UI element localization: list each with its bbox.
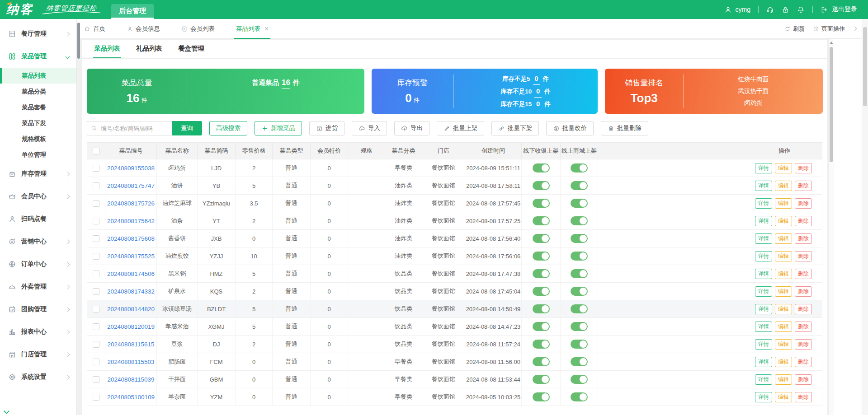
dish-id-link[interactable]: 20240808115039 (107, 376, 154, 383)
tab-dish-list[interactable]: 菜品列表× (236, 19, 269, 39)
sidebar-subitem-dish-list[interactable]: 菜品列表 (0, 68, 76, 84)
dish-id-link[interactable]: 20240808120019 (107, 323, 155, 330)
pos-toggle[interactable] (533, 392, 550, 401)
pos-toggle[interactable] (533, 252, 550, 261)
dish-id-link[interactable]: 20240808175726 (107, 200, 155, 207)
edit-button[interactable]: 编辑 (775, 216, 792, 226)
pos-toggle[interactable] (533, 322, 550, 331)
page-scrollbar-thumb[interactable] (863, 27, 867, 106)
tab-member-list[interactable]: 会员列表 (181, 19, 215, 39)
sidebar-item-order-center[interactable]: 订单中心 (0, 253, 76, 275)
batch-off-shelf-button[interactable]: 批量下架 (491, 121, 539, 135)
delete-button[interactable]: 删除 (795, 392, 812, 402)
logout-button[interactable]: 退出登录 (821, 5, 857, 14)
select-all-checkbox[interactable] (93, 148, 99, 154)
delete-button[interactable]: 删除 (795, 322, 812, 332)
advanced-search-button[interactable]: 高级搜索 (209, 121, 247, 135)
export-button[interactable]: 导出 (394, 121, 429, 135)
dish-id-link[interactable]: 20240808174332 (107, 288, 155, 295)
sidebar-item-takeout[interactable]: 外卖管理 (0, 275, 76, 298)
content-scrollbar-thumb[interactable] (830, 47, 833, 162)
detail-button[interactable]: 详情 (755, 233, 772, 244)
mall-toggle[interactable] (571, 269, 588, 278)
mall-toggle[interactable] (571, 392, 588, 401)
detail-button[interactable]: 详情 (755, 163, 772, 173)
row-checkbox[interactable] (93, 288, 99, 295)
lock-icon[interactable] (782, 6, 789, 14)
subtab-dish-list[interactable]: 菜品列表 (94, 44, 120, 58)
pos-toggle[interactable] (533, 340, 550, 349)
mall-toggle[interactable] (571, 252, 588, 261)
page-ops-button[interactable]: 页面操作 (813, 25, 845, 33)
pos-toggle[interactable] (533, 357, 550, 366)
pos-toggle[interactable] (533, 216, 550, 225)
purchase-button[interactable]: 进货 (309, 121, 344, 135)
delete-button[interactable]: 删除 (795, 269, 812, 279)
sidebar-subitem-spec-template[interactable]: 规格模板 (0, 131, 76, 147)
dish-id-link[interactable]: 20240808115503 (107, 359, 154, 365)
dish-id-link[interactable]: 20240808175747 (107, 182, 155, 189)
batch-reprice-button[interactable]: 批量改价 (546, 121, 594, 135)
delete-button[interactable]: 删除 (795, 251, 812, 261)
mall-toggle[interactable] (571, 340, 588, 349)
detail-button[interactable]: 详情 (755, 181, 772, 191)
sidebar-item-member-center[interactable]: 会员中心 (0, 185, 76, 208)
sidebar-subitem-dish-category[interactable]: 菜品分类 (0, 84, 76, 99)
edit-button[interactable]: 编辑 (775, 181, 792, 191)
bell-icon[interactable] (797, 6, 805, 14)
detail-button[interactable]: 详情 (755, 374, 772, 385)
mall-toggle[interactable] (571, 216, 588, 225)
tab-home[interactable]: 首页 (84, 19, 105, 39)
sidebar-item-report[interactable]: 报表中心 (0, 321, 76, 343)
subtab-mealbox-manage[interactable]: 餐盒管理 (178, 44, 204, 58)
batch-on-shelf-button[interactable]: 批量上架 (437, 121, 484, 135)
row-checkbox[interactable] (93, 218, 99, 224)
mall-toggle[interactable] (571, 199, 588, 208)
edit-button[interactable]: 编辑 (775, 269, 792, 279)
pos-toggle[interactable] (533, 199, 550, 208)
pos-toggle[interactable] (533, 304, 550, 313)
row-checkbox[interactable] (93, 165, 99, 172)
row-checkbox[interactable] (93, 306, 99, 312)
close-icon[interactable]: × (264, 25, 269, 33)
mall-toggle[interactable] (571, 163, 588, 173)
page-scrollbar[interactable] (862, 19, 868, 415)
sidebar-item-store[interactable]: 门店管理 (0, 343, 76, 366)
mall-toggle[interactable] (571, 304, 588, 313)
edit-button[interactable]: 编辑 (775, 392, 792, 402)
sidebar-item-inventory[interactable]: 库存管理 (0, 163, 76, 185)
edit-button[interactable]: 编辑 (775, 322, 792, 332)
row-checkbox[interactable] (93, 323, 99, 330)
content-scrollbar[interactable] (828, 39, 834, 415)
sidebar-item-settings[interactable]: 系统设置 (0, 366, 76, 388)
mall-toggle[interactable] (571, 234, 588, 243)
row-checkbox[interactable] (93, 359, 99, 365)
edit-button[interactable]: 编辑 (775, 339, 792, 350)
delete-button[interactable]: 删除 (795, 198, 812, 209)
mall-toggle[interactable] (571, 287, 588, 296)
dish-id-link[interactable]: 20240809155038 (107, 165, 155, 172)
delete-button[interactable]: 删除 (795, 339, 812, 350)
dish-id-link[interactable]: 20240808175642 (107, 218, 155, 224)
mall-toggle[interactable] (571, 181, 588, 190)
pos-toggle[interactable] (533, 163, 550, 173)
detail-button[interactable]: 详情 (755, 269, 772, 279)
dish-id-link[interactable]: 20240808175608 (107, 235, 155, 242)
scroll-up-icon[interactable] (830, 42, 833, 44)
edit-button[interactable]: 编辑 (775, 374, 792, 385)
row-checkbox[interactable] (93, 394, 99, 401)
detail-button[interactable]: 详情 (755, 251, 772, 261)
chevron-right-icon[interactable] (853, 27, 857, 31)
pos-toggle[interactable] (533, 287, 550, 296)
pos-toggle[interactable] (533, 375, 550, 384)
sidebar-item-marketing[interactable]: 营销中心 (0, 230, 76, 253)
nav-tab-admin[interactable]: 后台管理 (111, 4, 154, 19)
detail-button[interactable]: 详情 (755, 216, 772, 226)
user-menu[interactable]: cymg (724, 6, 750, 14)
dish-id-link[interactable]: 20240808115615 (107, 341, 154, 348)
sidebar-item-restaurant[interactable]: 餐厅管理 (0, 23, 76, 45)
delete-button[interactable]: 删除 (795, 233, 812, 244)
tab-member-info[interactable]: 会员信息 (127, 19, 160, 39)
row-checkbox[interactable] (93, 270, 99, 277)
row-checkbox[interactable] (93, 200, 99, 207)
